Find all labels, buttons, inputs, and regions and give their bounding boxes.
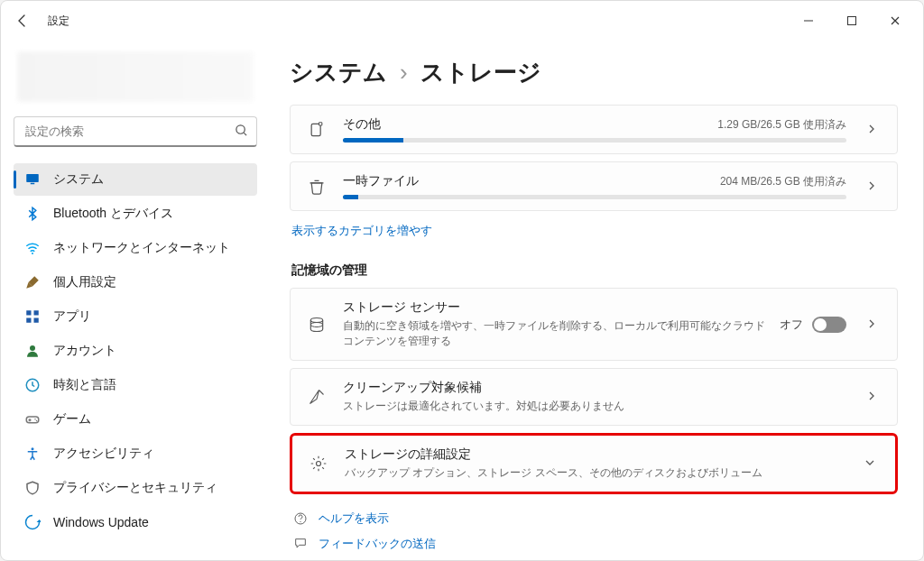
- sidebar-item-label: アクセシビリティ: [53, 446, 154, 462]
- svg-rect-18: [319, 122, 322, 124]
- advanced-storage-settings-card[interactable]: ストレージの詳細設定 バックアップ オプション、ストレージ スペース、その他のデ…: [290, 433, 898, 494]
- svg-point-16: [32, 447, 34, 450]
- storage-sense-title: ストレージ センサー: [343, 299, 765, 316]
- sidebar-item-person[interactable]: アカウント: [14, 335, 257, 367]
- sidebar-item-label: アカウント: [53, 343, 116, 359]
- sidebar-item-brush[interactable]: 個人用設定: [14, 266, 257, 299]
- get-help-link[interactable]: ヘルプを表示: [290, 510, 898, 527]
- svg-line-21: [319, 391, 324, 395]
- sidebar-item-update[interactable]: Windows Update: [14, 506, 257, 538]
- svg-point-6: [32, 253, 33, 254]
- sidebar-item-label: Bluetooth とデバイス: [53, 206, 173, 222]
- svg-line-3: [244, 133, 246, 135]
- sidebar-item-apps[interactable]: アプリ: [14, 300, 257, 333]
- svg-point-24: [300, 521, 300, 522]
- svg-point-11: [30, 345, 35, 351]
- category-icon: [305, 121, 328, 139]
- shield-icon: [24, 480, 41, 496]
- sidebar-item-label: ゲーム: [53, 411, 91, 428]
- broom-icon: [305, 388, 328, 406]
- brush-icon: [24, 274, 41, 290]
- svg-rect-8: [34, 310, 39, 315]
- category-title: 一時ファイル: [343, 173, 419, 189]
- breadcrumb-parent[interactable]: システム: [290, 57, 387, 88]
- give-feedback-link[interactable]: フィードバックの送信: [290, 536, 898, 552]
- storage-sense-toggle-label: オフ: [780, 317, 803, 333]
- sidebar-item-label: システム: [53, 171, 104, 188]
- svg-point-14: [34, 418, 36, 420]
- search-input[interactable]: [14, 116, 257, 147]
- svg-rect-7: [26, 310, 31, 315]
- svg-rect-9: [26, 318, 31, 323]
- svg-point-20: [310, 322, 322, 326]
- sidebar-item-accessibility[interactable]: アクセシビリティ: [14, 437, 257, 470]
- sidebar-item-clock[interactable]: 時刻と言語: [14, 369, 257, 401]
- storage-sense-toggle[interactable]: [812, 317, 846, 333]
- sidebar-item-label: 時刻と言語: [53, 377, 116, 393]
- sidebar-item-shield[interactable]: プライバシーとセキュリティ: [14, 472, 257, 504]
- svg-point-22: [317, 462, 321, 466]
- storage-sense-card[interactable]: ストレージ センサー 自動的に空き領域を増やす、一時ファイルを削除する、ローカル…: [290, 288, 898, 361]
- maximize-button[interactable]: [831, 6, 873, 35]
- show-more-categories-link[interactable]: 表示するカテゴリを増やす: [291, 224, 432, 239]
- gear-icon: [307, 455, 330, 473]
- sidebar-item-label: アプリ: [53, 308, 91, 325]
- sidebar-item-label: Windows Update: [53, 515, 149, 529]
- titlebar: 設定: [1, 1, 923, 41]
- update-icon: [24, 514, 41, 530]
- category-title: その他: [343, 116, 381, 133]
- advanced-title: ストレージの詳細設定: [345, 446, 845, 463]
- svg-rect-1: [848, 17, 856, 25]
- bluetooth-icon: [24, 206, 41, 222]
- give-feedback-label: フィードバックの送信: [319, 536, 436, 552]
- content-area: システム › ストレージ その他 1.29 GB/26.5 GB 使用済み 一時…: [270, 41, 923, 560]
- cleanup-recommendations-card[interactable]: クリーンアップ対象候補 ストレージは最適化されています。対処は必要ありません: [290, 368, 898, 426]
- sidebar-item-wifi[interactable]: ネットワークとインターネット: [14, 232, 257, 264]
- search-box[interactable]: [14, 116, 257, 147]
- profile-block[interactable]: [17, 51, 254, 102]
- app-title: 設定: [48, 14, 69, 29]
- sidebar-item-display[interactable]: システム: [14, 163, 257, 196]
- clock-icon: [24, 377, 41, 393]
- breadcrumb-current: ストレージ: [420, 57, 541, 88]
- display-icon: [24, 171, 41, 188]
- chevron-down-icon: [859, 455, 881, 472]
- storage-sense-subtitle: 自動的に空き領域を増やす、一時ファイルを削除する、ローカルで利用可能なクラウド …: [343, 318, 765, 349]
- search-icon: [235, 124, 248, 141]
- category-usage: 204 MB/26.5 GB 使用済み: [720, 174, 846, 189]
- settings-window: 設定 システムBluetooth とデバイスネットワークとインターネット個人用設…: [0, 0, 924, 561]
- storage-category-card[interactable]: その他 1.29 GB/26.5 GB 使用済み: [290, 105, 898, 154]
- chevron-right-icon: [861, 122, 882, 138]
- svg-point-19: [310, 317, 322, 322]
- sidebar: システムBluetooth とデバイスネットワークとインターネット個人用設定アプ…: [1, 41, 270, 560]
- storage-management-header: 記憶域の管理: [291, 262, 898, 279]
- nav-list: システムBluetooth とデバイスネットワークとインターネット個人用設定アプ…: [14, 163, 257, 538]
- advanced-subtitle: バックアップ オプション、ストレージ スペース、その他のディスクおよびボリューム: [345, 465, 845, 481]
- sidebar-item-label: 個人用設定: [53, 274, 116, 290]
- minimize-button[interactable]: [788, 6, 829, 35]
- apps-icon: [24, 308, 41, 325]
- person-icon: [24, 343, 41, 359]
- category-usage: 1.29 GB/26.5 GB 使用済み: [717, 117, 846, 133]
- accessibility-icon: [24, 446, 41, 462]
- svg-point-2: [236, 125, 245, 133]
- sidebar-item-label: プライバシーとセキュリティ: [53, 480, 217, 496]
- sidebar-item-bluetooth[interactable]: Bluetooth とデバイス: [14, 198, 257, 230]
- wifi-icon: [24, 240, 41, 256]
- cleanup-title: クリーンアップ対象候補: [343, 380, 846, 396]
- svg-rect-10: [34, 318, 39, 323]
- gamepad-icon: [24, 411, 41, 428]
- svg-rect-4: [26, 174, 39, 182]
- close-button[interactable]: [874, 6, 916, 35]
- back-button[interactable]: [8, 6, 37, 35]
- storage-sense-icon: [305, 316, 328, 334]
- usage-bar: [343, 138, 846, 143]
- help-icon: [291, 511, 310, 526]
- chevron-right-icon: [861, 179, 882, 195]
- chevron-right-icon: [861, 317, 882, 333]
- svg-rect-5: [31, 183, 35, 185]
- svg-rect-13: [26, 417, 39, 423]
- sidebar-item-gamepad[interactable]: ゲーム: [14, 403, 257, 436]
- feedback-icon: [291, 537, 310, 551]
- storage-category-card[interactable]: 一時ファイル 204 MB/26.5 GB 使用済み: [290, 161, 898, 211]
